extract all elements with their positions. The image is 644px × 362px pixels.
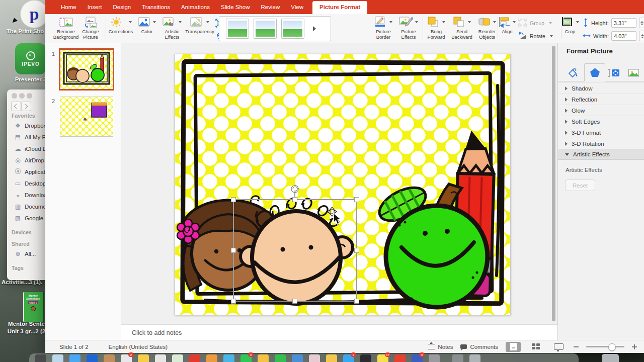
dock-icon[interactable] [292, 354, 303, 362]
zoom-in-button[interactable] [632, 344, 637, 349]
effects-tab[interactable] [584, 63, 605, 81]
bring-forward-button[interactable]: Bring Forward [424, 16, 449, 40]
zoom-slider-knob[interactable] [608, 343, 616, 351]
dock-icon[interactable] [452, 354, 463, 362]
presenter-app-icon[interactable]: IPEVO [15, 43, 46, 74]
picture-style-option[interactable] [226, 19, 249, 39]
slide-2-thumbnail[interactable] [60, 97, 113, 136]
slide-canvas[interactable] [175, 54, 511, 315]
forward-button[interactable] [21, 102, 31, 111]
picture-effects-button[interactable]: Picture Effects [396, 16, 421, 40]
close-window-icon[interactable] [12, 93, 17, 99]
dock-icon[interactable] [172, 354, 183, 362]
dock-icon[interactable] [206, 354, 217, 362]
reorder-objects-button[interactable]: Reorder Objects [475, 16, 499, 40]
notes-toggle[interactable]: Notes [428, 344, 453, 350]
language-indicator[interactable]: English (United States) [109, 344, 168, 350]
dock-icon[interactable]: 2 [343, 354, 354, 362]
section-label: Reflection [572, 97, 597, 103]
minimize-window-icon[interactable] [19, 93, 25, 99]
dock-icon[interactable] [87, 354, 98, 362]
zoom-slider[interactable] [586, 346, 624, 347]
picture-tab[interactable] [623, 64, 643, 81]
dock-icon[interactable] [69, 354, 80, 362]
dock-icon[interactable] [104, 354, 115, 362]
section-soft-edges[interactable]: Soft Edges [558, 116, 644, 127]
tab-transitions[interactable]: Transitions [136, 1, 176, 14]
section-reflection[interactable]: Reflection [558, 94, 644, 105]
dock-icon[interactable] [309, 354, 320, 362]
print-shop-app-icon[interactable]: p [20, 0, 48, 28]
dock-icon[interactable] [326, 354, 337, 362]
mentor-file-icon[interactable]: Mentor Sentences UNIT 3 [23, 292, 44, 322]
normal-view-button[interactable] [506, 342, 521, 352]
transparency-button[interactable]: Transparency [184, 16, 215, 35]
crop-button[interactable]: Crop [559, 16, 581, 35]
align-button[interactable]: Align [497, 16, 517, 35]
back-button[interactable] [11, 102, 21, 111]
height-input[interactable] [611, 18, 636, 28]
artistic-effects-heading: Artistic Effects [566, 167, 602, 173]
vertical-scrollbar[interactable] [552, 46, 555, 321]
dock-icon[interactable] [223, 354, 234, 362]
dock-icon[interactable] [35, 354, 46, 362]
dock-icon[interactable] [138, 354, 149, 362]
dock-icon[interactable] [52, 354, 63, 362]
dock-icon[interactable] [469, 354, 480, 362]
dock-icon[interactable] [394, 354, 406, 362]
zoom-out-button[interactable] [574, 346, 579, 347]
notes-pane[interactable]: Click to add notes [121, 324, 569, 340]
slide-1-thumbnail[interactable] [60, 50, 113, 89]
tab-slide-show[interactable]: Slide Show [215, 1, 256, 14]
section-3d-format[interactable]: 3-D Format [558, 127, 644, 138]
dock-icon[interactable] [360, 354, 371, 362]
tab-insert[interactable]: Insert [82, 1, 108, 14]
group-button[interactable]: Group [518, 19, 552, 28]
rotate-button[interactable]: Rotate [518, 32, 553, 41]
artistic-effects-button[interactable]: Artistic Effects [160, 16, 184, 40]
picture-style-option[interactable] [254, 19, 277, 39]
align-label: Align [502, 29, 512, 35]
tab-picture-format[interactable]: Picture Format [312, 1, 367, 14]
picture-border-button[interactable]: Picture Border [371, 16, 395, 40]
slide-counter: Slide 1 of 2 [59, 344, 89, 350]
dock-icon[interactable] [258, 354, 269, 362]
dock-badge: 3 [419, 352, 425, 357]
dock-icon[interactable] [189, 354, 200, 362]
section-glow[interactable]: Glow [558, 105, 644, 116]
corrections-button[interactable]: Corrections [107, 16, 135, 35]
zoom-window-icon[interactable] [27, 93, 32, 99]
comments-toggle[interactable]: Comments [460, 344, 498, 350]
width-stepper[interactable] [639, 31, 644, 41]
tab-design[interactable]: Design [107, 1, 136, 14]
tab-review[interactable]: Review [256, 1, 286, 14]
section-artistic-effects[interactable]: Artistic Effects [558, 149, 644, 160]
trash-icon[interactable] [602, 354, 619, 362]
dock-icon[interactable]: 3 [412, 354, 423, 362]
slide-sorter-view-button[interactable] [528, 342, 543, 352]
send-backward-button[interactable]: Send Backward [449, 16, 475, 40]
remove-background-button[interactable]: Remove Background [51, 16, 80, 40]
slideshow-view-button[interactable] [551, 342, 566, 352]
reset-button[interactable]: Reset [565, 179, 595, 191]
picture-style-option[interactable] [281, 19, 304, 39]
flower-clipart [177, 219, 199, 243]
fill-line-tab[interactable] [563, 64, 583, 81]
dock-icon[interactable]: 3 [240, 354, 252, 362]
dock-icon[interactable] [275, 354, 286, 362]
change-picture-button[interactable]: Change Picture [77, 16, 104, 40]
height-stepper[interactable] [639, 18, 644, 28]
width-input[interactable] [611, 31, 636, 41]
section-shadow[interactable]: Shadow [558, 82, 644, 94]
dock-icon[interactable]: 2 [121, 354, 132, 362]
tab-view[interactable]: View [285, 1, 309, 14]
dock-icon[interactable] [429, 354, 440, 362]
tab-home[interactable]: Home [55, 1, 82, 14]
tab-animations[interactable]: Animations [176, 1, 215, 14]
gallery-more-arrow-icon[interactable] [313, 26, 316, 31]
dock-icon[interactable] [155, 354, 166, 362]
size-properties-tab[interactable] [604, 64, 624, 81]
section-3d-rotation[interactable]: 3-D Rotation [558, 138, 644, 149]
color-button[interactable]: Color [136, 16, 158, 35]
dock-icon[interactable]: 17 [377, 354, 388, 362]
